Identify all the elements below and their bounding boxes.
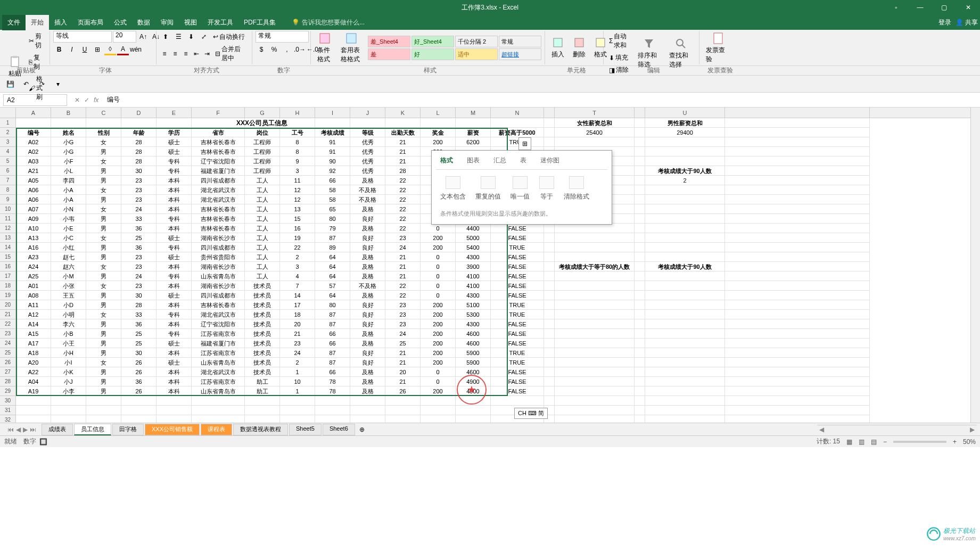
cell[interactable]: [725, 339, 870, 348]
sheet-tab[interactable]: 成绩表: [42, 424, 73, 435]
cell[interactable]: [725, 166, 870, 176]
cell[interactable]: [544, 281, 555, 291]
sheet-nav-last-icon[interactable]: ⏭: [30, 426, 36, 433]
cell[interactable]: [456, 415, 491, 423]
paste-button[interactable]: 粘贴: [5, 54, 24, 79]
view-normal-icon[interactable]: ▦: [846, 438, 852, 446]
cell[interactable]: [645, 291, 725, 300]
cell[interactable]: [555, 281, 635, 291]
cell[interactable]: [725, 243, 870, 252]
col-header[interactable]: U: [645, 108, 725, 118]
cell[interactable]: [645, 377, 725, 386]
cell[interactable]: [192, 406, 245, 415]
row-header[interactable]: 23: [0, 329, 16, 339]
row-header[interactable]: 7: [0, 176, 16, 185]
cell[interactable]: [245, 396, 280, 406]
cell[interactable]: [555, 386, 635, 396]
cell[interactable]: [645, 386, 725, 396]
row-header[interactable]: 13: [0, 233, 16, 243]
cell[interactable]: [555, 243, 635, 252]
cell[interactable]: [725, 176, 870, 185]
select-all-corner[interactable]: [0, 108, 16, 118]
cell[interactable]: [544, 118, 555, 128]
cell[interactable]: [421, 406, 456, 415]
cell[interactable]: [121, 415, 157, 423]
col-header[interactable]: [635, 108, 645, 118]
autosum-button[interactable]: Σ自动求和: [607, 31, 632, 51]
fill-color-button[interactable]: ◊: [104, 44, 116, 55]
row-header[interactable]: 21: [0, 310, 16, 319]
cell[interactable]: [725, 137, 870, 147]
sheet-tab[interactable]: Sheet6: [323, 424, 355, 435]
cell[interactable]: [725, 415, 870, 423]
cell[interactable]: [645, 224, 725, 233]
row-header[interactable]: 2: [0, 128, 16, 137]
cell[interactable]: [544, 377, 555, 386]
cell[interactable]: 考核成绩大于等于80的人数: [555, 262, 635, 271]
cell[interactable]: [645, 243, 725, 252]
cell[interactable]: [350, 406, 385, 415]
cell[interactable]: [544, 396, 555, 406]
phonetic-button[interactable]: wén: [130, 44, 142, 55]
cell[interactable]: [245, 415, 280, 423]
cell[interactable]: [635, 185, 645, 195]
sheet-nav-first-icon[interactable]: ⏮: [7, 426, 14, 433]
row-header[interactable]: 5: [0, 156, 16, 166]
row-header[interactable]: 12: [0, 224, 16, 233]
col-header[interactable]: G: [245, 108, 280, 118]
cell[interactable]: [315, 396, 350, 406]
cell[interactable]: [645, 156, 725, 166]
cell[interactable]: [635, 233, 645, 243]
zoom-level[interactable]: 50%: [963, 438, 976, 446]
cell[interactable]: [555, 137, 635, 147]
cell[interactable]: [157, 415, 192, 423]
cell[interactable]: [725, 358, 870, 367]
cell[interactable]: [555, 339, 635, 348]
cell[interactable]: [725, 224, 870, 233]
row-header[interactable]: 28: [0, 377, 16, 386]
col-header[interactable]: E: [157, 108, 192, 118]
cell[interactable]: [645, 339, 725, 348]
cell[interactable]: [725, 281, 870, 291]
cell[interactable]: [635, 243, 645, 252]
cell[interactable]: [645, 271, 725, 281]
cell[interactable]: 2: [645, 176, 725, 185]
cell[interactable]: [645, 319, 725, 329]
row-header[interactable]: 3: [0, 137, 16, 147]
cell[interactable]: [544, 300, 555, 310]
cell[interactable]: [635, 281, 645, 291]
ribbon-options-icon[interactable]: ▫: [884, 0, 908, 15]
cell[interactable]: [280, 406, 315, 415]
cell[interactable]: [544, 291, 555, 300]
cell[interactable]: [555, 291, 635, 300]
cell[interactable]: [635, 358, 645, 367]
tab-review[interactable]: 审阅: [155, 15, 179, 30]
cell[interactable]: [544, 137, 555, 147]
cell[interactable]: [725, 118, 870, 128]
cell[interactable]: [635, 147, 645, 156]
cell[interactable]: [635, 214, 645, 224]
cell[interactable]: [544, 224, 555, 233]
cell[interactable]: [635, 348, 645, 358]
cell[interactable]: [635, 166, 645, 176]
increase-font-icon[interactable]: A↑: [137, 31, 149, 43]
cell[interactable]: [645, 233, 725, 243]
row-header[interactable]: 25: [0, 348, 16, 358]
cell[interactable]: [544, 243, 555, 252]
cell[interactable]: [635, 128, 645, 137]
cell[interactable]: [544, 233, 555, 243]
cell[interactable]: [725, 252, 870, 262]
cell[interactable]: [645, 367, 725, 377]
sheet-tab[interactable]: 课程表: [201, 424, 232, 435]
cell[interactable]: [725, 396, 870, 406]
cell[interactable]: [16, 396, 51, 406]
cell[interactable]: [635, 377, 645, 386]
cell[interactable]: [555, 252, 635, 262]
cell[interactable]: [544, 310, 555, 319]
col-header[interactable]: B: [51, 108, 86, 118]
indent-inc-icon[interactable]: ⇥: [202, 48, 212, 60]
col-header[interactable]: T: [555, 108, 635, 118]
col-header[interactable]: I: [315, 108, 350, 118]
cell[interactable]: 女性薪资总和: [555, 118, 635, 128]
cell[interactable]: [725, 185, 870, 195]
